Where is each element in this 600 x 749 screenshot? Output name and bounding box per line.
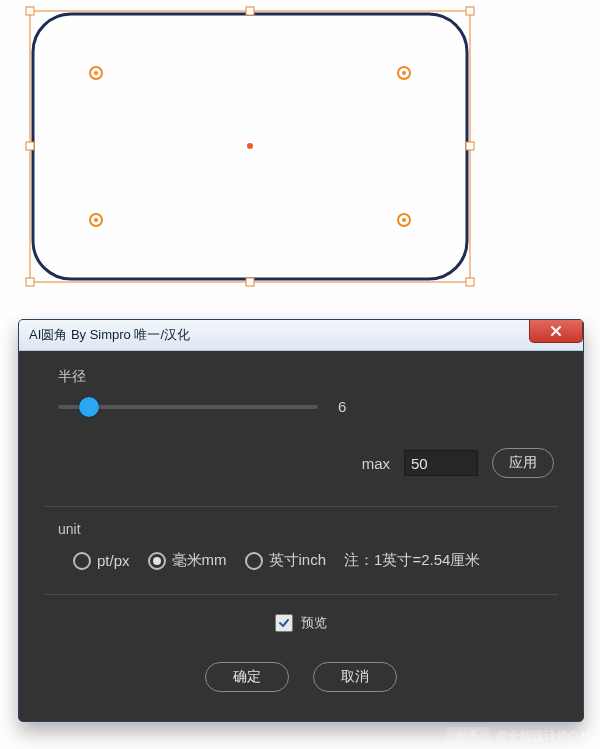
svg-point-7 bbox=[402, 218, 406, 222]
radius-slider-thumb[interactable] bbox=[79, 397, 99, 417]
corner-widget-nw[interactable] bbox=[90, 67, 102, 79]
unit-option-mm[interactable]: 毫米mm bbox=[148, 551, 227, 570]
unit-option-label: 毫米mm bbox=[172, 551, 227, 570]
radio-icon bbox=[73, 552, 91, 570]
center-point bbox=[247, 143, 253, 149]
unit-option-ptpx[interactable]: pt/px bbox=[73, 552, 130, 570]
unit-label: unit bbox=[58, 521, 564, 537]
svg-point-3 bbox=[402, 71, 406, 75]
handle-s[interactable] bbox=[246, 278, 254, 286]
watermark: 知乎 @全能设计师白杨 bbox=[446, 727, 592, 745]
divider-1 bbox=[44, 506, 558, 507]
max-input[interactable] bbox=[404, 450, 478, 476]
round-corner-dialog: AI圆角 By Simpro 唯一/汉化 半径 6 max 应用 unit bbox=[18, 319, 584, 722]
corner-widget-se[interactable] bbox=[398, 214, 410, 226]
close-button[interactable] bbox=[529, 320, 583, 343]
radius-slider-row: 6 bbox=[58, 398, 378, 415]
watermark-text: @全能设计师白杨 bbox=[496, 728, 592, 745]
radio-icon bbox=[245, 552, 263, 570]
radius-slider[interactable] bbox=[58, 405, 318, 409]
check-icon bbox=[278, 617, 290, 629]
preview-label: 预览 bbox=[301, 614, 327, 632]
radius-value: 6 bbox=[338, 398, 346, 415]
corner-widget-sw[interactable] bbox=[90, 214, 102, 226]
svg-point-1 bbox=[94, 71, 98, 75]
dialog-button-row: 确定 取消 bbox=[28, 662, 574, 692]
close-icon bbox=[550, 325, 562, 337]
handle-sw[interactable] bbox=[26, 278, 34, 286]
dialog-body: 半径 6 max 应用 unit pt/px 毫米mm bbox=[28, 356, 574, 712]
ok-button[interactable]: 确定 bbox=[205, 662, 289, 692]
handle-se[interactable] bbox=[466, 278, 474, 286]
handle-nw[interactable] bbox=[26, 7, 34, 15]
cancel-button[interactable]: 取消 bbox=[313, 662, 397, 692]
max-label: max bbox=[362, 455, 390, 472]
radio-icon bbox=[148, 552, 166, 570]
watermark-logo: 知乎 bbox=[446, 727, 490, 745]
apply-button[interactable]: 应用 bbox=[492, 448, 554, 478]
handle-e[interactable] bbox=[466, 142, 474, 150]
preview-checkbox[interactable] bbox=[275, 614, 293, 632]
unit-radio-row: pt/px 毫米mm 英寸inch 注：1英寸=2.54厘米 bbox=[73, 551, 564, 570]
unit-option-label: 英寸inch bbox=[269, 551, 327, 570]
handle-ne[interactable] bbox=[466, 7, 474, 15]
dialog-titlebar[interactable]: AI圆角 By Simpro 唯一/汉化 bbox=[19, 320, 583, 351]
unit-option-inch[interactable]: 英寸inch bbox=[245, 551, 327, 570]
illustrator-canvas bbox=[0, 0, 600, 310]
radius-label: 半径 bbox=[58, 368, 564, 386]
unit-option-label: pt/px bbox=[97, 552, 130, 569]
unit-note: 注：1英寸=2.54厘米 bbox=[344, 551, 480, 570]
dialog-title: AI圆角 By Simpro 唯一/汉化 bbox=[29, 326, 190, 344]
max-row: max 应用 bbox=[28, 448, 554, 478]
preview-row: 预览 bbox=[28, 614, 574, 632]
svg-point-5 bbox=[94, 218, 98, 222]
handle-w[interactable] bbox=[26, 142, 34, 150]
divider-2 bbox=[44, 594, 558, 595]
corner-widget-ne[interactable] bbox=[398, 67, 410, 79]
selected-shape-svg bbox=[0, 0, 600, 310]
handle-n[interactable] bbox=[246, 7, 254, 15]
